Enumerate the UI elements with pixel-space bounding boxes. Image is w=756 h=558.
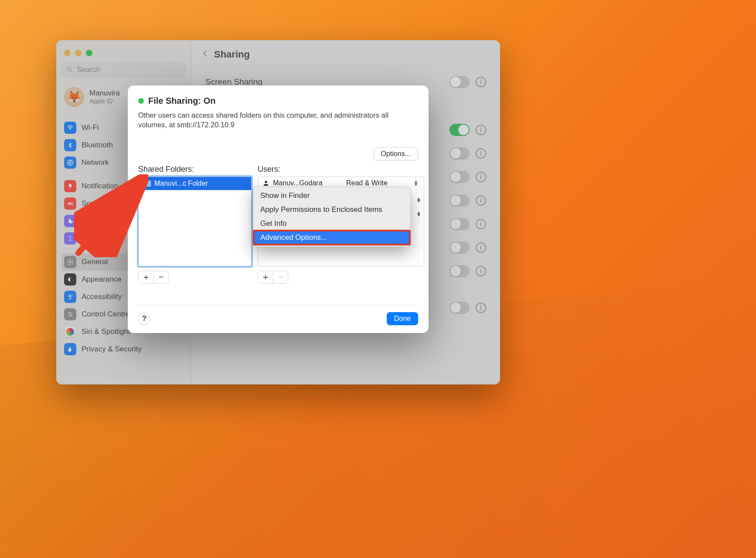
permission-cell[interactable]: Read & Write — [346, 179, 412, 187]
sidebar-item-label: Screen Time — [82, 234, 123, 243]
toggle[interactable] — [450, 76, 470, 88]
sidebar-item-label: Accessibility — [82, 293, 122, 301]
info-icon[interactable]: i — [476, 219, 486, 229]
users-label: Users: — [258, 165, 424, 174]
svg-point-10 — [265, 180, 267, 183]
status-dot-icon — [138, 98, 144, 104]
ctx-show-in-finder[interactable]: Show in Finder — [253, 189, 410, 203]
sidebar-item-label: Sound — [82, 199, 103, 208]
toggle[interactable] — [450, 124, 470, 136]
ctx-get-info[interactable]: Get Info — [253, 217, 410, 231]
back-button[interactable] — [201, 49, 209, 60]
info-icon[interactable]: i — [476, 125, 486, 135]
svg-point-9 — [70, 315, 72, 316]
hand-icon — [64, 343, 76, 355]
bell-icon — [64, 180, 76, 192]
sidebar-item-label: General — [82, 258, 108, 266]
search-icon — [66, 66, 73, 73]
sidebar-item-label: Privacy & Security — [82, 345, 142, 354]
bluetooth-icon — [64, 139, 76, 151]
shared-folders-label: Shared Folders: — [138, 165, 252, 174]
appearance-icon — [64, 273, 76, 286]
folders-add-remove: ＋ − — [138, 271, 169, 284]
sidebar-item-label: Focus — [82, 217, 102, 225]
page-title: Sharing — [214, 49, 250, 60]
sliders-icon — [64, 308, 76, 320]
sidebar-item-label: Control Centre — [82, 310, 130, 319]
svg-point-2 — [70, 129, 71, 130]
info-icon[interactable]: i — [476, 77, 486, 87]
sheet-title: File Sharing: On — [138, 96, 418, 106]
stepper-icon[interactable]: ▲▼ — [416, 211, 421, 217]
user-name: Manuvira — [89, 89, 120, 98]
toggle[interactable] — [450, 265, 470, 277]
info-icon[interactable]: i — [476, 148, 486, 159]
zoom-icon[interactable] — [86, 50, 92, 56]
user-name-cell: Manuv...Godara — [273, 179, 323, 187]
stepper-icon[interactable]: ▲▼ — [416, 197, 421, 203]
speaker-icon — [64, 197, 76, 210]
info-icon[interactable]: i — [476, 303, 486, 313]
globe-icon — [64, 157, 76, 169]
folder-name: Manuvi...c Folder — [154, 180, 208, 187]
moon-icon — [64, 215, 76, 227]
toggle[interactable] — [450, 302, 470, 314]
svg-point-4 — [70, 187, 71, 188]
window-controls — [61, 47, 186, 62]
info-icon[interactable]: i — [476, 266, 486, 276]
remove-folder-button[interactable]: − — [153, 271, 168, 283]
sidebar-item-label: Wi-Fi — [82, 123, 99, 132]
avatar: 🦊 — [64, 87, 84, 107]
sidebar-item-label: Siri & Spotlight — [82, 327, 130, 336]
ctx-apply-permissions[interactable]: Apply Permissions to Enclosed Items — [253, 203, 410, 217]
person-icon — [262, 180, 269, 187]
sidebar-item-label: Notification — [82, 182, 118, 191]
toggle[interactable] — [450, 242, 470, 254]
user-sub: Apple ID — [89, 98, 120, 105]
folder-icon — [143, 180, 151, 187]
svg-line-1 — [71, 71, 72, 72]
gear-icon — [64, 256, 76, 268]
sidebar-item-label: Network — [82, 158, 109, 167]
list-item[interactable]: Manuvi...c Folder — [139, 177, 251, 190]
add-user-button[interactable]: ＋ — [258, 271, 273, 283]
users-add-remove: ＋ − — [258, 271, 288, 284]
toggle[interactable] — [450, 218, 470, 230]
toggle[interactable] — [450, 171, 470, 183]
info-icon[interactable]: i — [476, 195, 486, 206]
toggle[interactable] — [450, 147, 470, 160]
sidebar-item-label: Appearance — [82, 275, 122, 284]
help-button[interactable]: ? — [138, 313, 150, 325]
svg-point-8 — [69, 313, 70, 314]
ctx-advanced-options[interactable]: Advanced Options... — [253, 231, 410, 245]
sidebar-item-label: Bluetooth — [82, 141, 113, 150]
done-button[interactable]: Done — [387, 312, 418, 325]
sheet-description: Other users can access shared folders on… — [138, 110, 418, 130]
info-icon[interactable]: i — [476, 242, 486, 253]
add-folder-button[interactable]: ＋ — [139, 271, 153, 283]
sidebar-item-privacy[interactable]: Privacy & Security — [61, 340, 186, 358]
search-placeholder: Search — [77, 65, 100, 74]
svg-point-0 — [68, 68, 71, 71]
toggle[interactable] — [450, 194, 470, 207]
siri-icon — [64, 326, 76, 338]
minimize-icon[interactable] — [75, 50, 82, 56]
hourglass-icon — [64, 232, 76, 245]
content-header: Sharing — [201, 45, 490, 68]
svg-point-5 — [69, 261, 71, 263]
shared-folders-list[interactable]: Manuvi...c Folder — [138, 177, 252, 266]
remove-user-button[interactable]: − — [273, 271, 288, 283]
wifi-icon — [64, 122, 76, 134]
context-menu: Show in Finder Apply Permissions to Encl… — [253, 187, 411, 247]
search-input[interactable]: Search — [61, 62, 186, 77]
stepper-icon[interactable]: ▲▼ — [412, 180, 420, 186]
info-icon[interactable]: i — [476, 172, 486, 182]
close-icon[interactable] — [64, 50, 71, 56]
svg-point-7 — [70, 294, 71, 296]
accessibility-icon — [64, 291, 76, 303]
options-button[interactable]: Options... — [374, 147, 418, 160]
